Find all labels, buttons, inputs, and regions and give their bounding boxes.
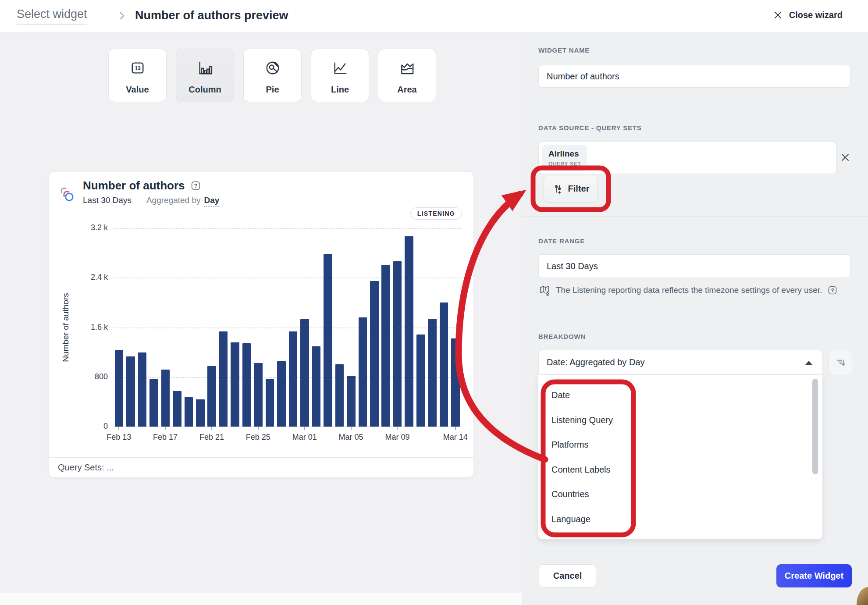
x-tick-label: Feb 13	[107, 433, 131, 442]
x-tick	[118, 427, 119, 430]
listening-widget-icon	[58, 185, 75, 203]
value-widget-icon: 13	[128, 59, 147, 77]
pie-widget-icon	[263, 59, 282, 77]
query-sets-footer: Query Sets: ...	[58, 463, 114, 473]
timezone-note: The Listening reporting data reflects th…	[556, 285, 822, 295]
breadcrumb-chevron-icon	[117, 11, 127, 21]
breadcrumb-select-widget[interactable]: Select widget	[17, 7, 87, 25]
svg-text:?: ?	[194, 183, 197, 189]
x-tick	[455, 427, 456, 430]
query-set-chip[interactable]: Airlines QUERY SET	[542, 145, 587, 171]
aggregated-by-value[interactable]: Day	[204, 196, 220, 207]
close-icon	[773, 10, 783, 20]
breakdown-option-countries[interactable]: Countries	[551, 489, 589, 499]
widget-type-label: Pie	[266, 85, 279, 95]
content-below-strip	[0, 593, 522, 605]
breakdown-option-platforms[interactable]: Platforms	[551, 440, 588, 450]
page-title: Number of authors preview	[135, 9, 288, 22]
section-divider	[522, 316, 868, 316]
chart-range: Last 30 Days	[83, 196, 132, 205]
svg-text:?: ?	[831, 288, 834, 293]
widget-type-line[interactable]: Line	[311, 49, 369, 102]
breakdown-option-date[interactable]: Date	[551, 390, 570, 400]
widget-type-label: Area	[397, 85, 416, 95]
x-tick	[211, 427, 212, 430]
breakdown-option-language[interactable]: Language	[551, 514, 591, 524]
widget-name-label: WIDGET NAME	[538, 46, 590, 54]
listening-badge: LISTENING	[410, 207, 462, 220]
x-tick-label: Feb 21	[199, 433, 224, 442]
line-widget-icon	[331, 59, 349, 77]
x-tick-label: Mar 09	[385, 433, 409, 442]
y-tick-label: 2.4 k	[91, 273, 108, 282]
widget-name-input[interactable]: Number of authors	[538, 65, 850, 88]
breakdown-select[interactable]: Date: Aggregated by Day	[538, 350, 822, 374]
close-wizard-label: Close wizard	[789, 10, 843, 20]
y-tick-label: 1.6 k	[91, 323, 108, 332]
aggregated-by-label: Aggregated by	[146, 196, 201, 205]
widget-type-column[interactable]: Column	[176, 49, 234, 102]
widget-type-area[interactable]: Area	[378, 49, 436, 102]
widget-name-value: Number of authors	[547, 71, 619, 82]
query-set-name: Airlines	[548, 149, 581, 159]
breakdown-dropdown: DateListening QueryPlatformsContent Labe…	[538, 375, 822, 539]
chart-plot: Feb 13Feb 17Feb 21Feb 25Mar 01Mar 05Mar …	[113, 228, 461, 427]
x-tick-label: Mar 01	[292, 433, 317, 442]
chart-preview-card: Number of authors ? Last 30 Days Aggrega…	[49, 172, 473, 477]
breakdown-option-listening-query[interactable]: Listening Query	[551, 415, 613, 425]
timezone-map-icon	[538, 284, 551, 296]
help-icon[interactable]: ?	[190, 180, 201, 191]
remove-query-set-icon[interactable]	[840, 152, 850, 163]
x-tick	[304, 427, 305, 430]
y-tick-label: 0	[103, 422, 108, 431]
date-range-input[interactable]: Last 30 Days	[538, 254, 850, 278]
breakdown-label: BREAKDOWN	[538, 333, 586, 340]
card-header-divider	[49, 215, 473, 215]
help-icon[interactable]: ?	[827, 285, 838, 295]
create-widget-button[interactable]: Create Widget	[776, 564, 852, 587]
y-tick-label: 800	[95, 372, 108, 381]
breakdown-option-content-labels[interactable]: Content Labels	[551, 465, 611, 475]
x-tick	[351, 427, 352, 430]
x-tick	[165, 427, 166, 430]
widget-wizard: Select widget Number of authors preview …	[0, 0, 868, 605]
filter-button[interactable]: Filter	[544, 175, 598, 203]
cancel-button[interactable]: Cancel	[539, 564, 596, 587]
chevron-up-icon	[805, 361, 812, 365]
column-widget-icon	[196, 59, 214, 77]
x-tick	[397, 427, 398, 430]
widget-type-value[interactable]: 13 Value	[108, 49, 167, 102]
y-tick-label: 3.2 k	[91, 223, 108, 232]
query-set-type: QUERY SET	[548, 161, 581, 167]
chart-title: Number of authors	[83, 179, 185, 192]
x-tick-label: Feb 17	[153, 433, 178, 442]
query-set-box[interactable]: Airlines QUERY SET	[538, 142, 836, 174]
card-footer-divider	[49, 457, 473, 458]
filter-sliders-icon	[552, 183, 564, 195]
x-tick-label: Mar 05	[339, 433, 363, 442]
x-tick-label: Mar 14	[443, 433, 468, 442]
x-tick	[258, 427, 259, 430]
dropdown-scrollbar[interactable]	[812, 379, 818, 474]
widget-type-label: Line	[331, 85, 349, 95]
breakdown-value: Date: Aggregated by Day	[547, 357, 644, 367]
x-axis: Feb 13Feb 17Feb 21Feb 25Mar 01Mar 05Mar …	[113, 228, 461, 427]
widget-type-pie[interactable]: Pie	[243, 49, 302, 102]
top-bar: Select widget Number of authors preview …	[0, 0, 868, 32]
date-range-label: DATE RANGE	[538, 237, 585, 245]
area-widget-icon	[398, 59, 416, 77]
widget-type-label: Value	[126, 85, 149, 95]
widget-type-label: Column	[189, 85, 221, 95]
section-divider	[522, 111, 868, 111]
sort-descending-icon	[835, 356, 847, 369]
svg-text:13: 13	[135, 65, 141, 71]
data-source-label: DATA SOURCE - QUERY SETS	[538, 124, 642, 132]
sort-order-button[interactable]	[829, 350, 853, 375]
x-tick-label: Feb 25	[246, 433, 270, 442]
y-axis-labels: 3.2 k2.4 k1.6 k8000	[67, 228, 108, 427]
filter-label: Filter	[568, 184, 590, 194]
close-wizard-button[interactable]: Close wizard	[773, 10, 843, 20]
section-divider	[522, 216, 868, 217]
date-range-value: Last 30 Days	[547, 261, 598, 271]
breakdown-options-list: DateListening QueryPlatformsContent Labe…	[538, 375, 822, 539]
